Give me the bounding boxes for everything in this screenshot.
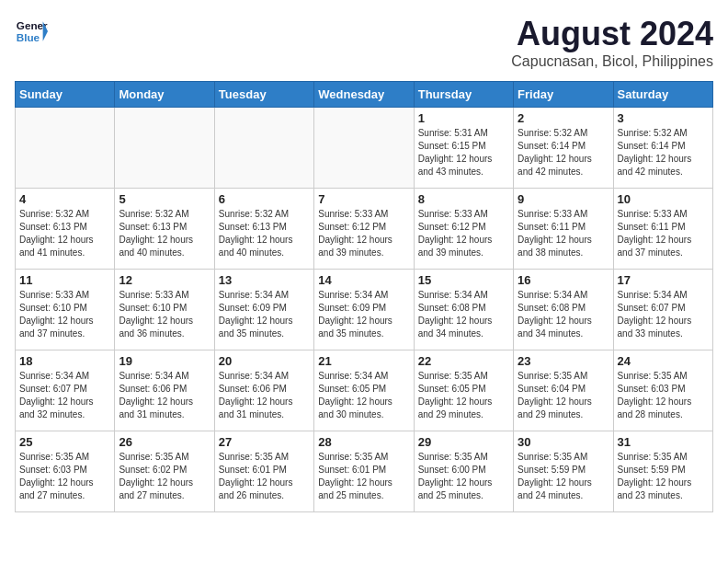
- page-header: General Blue August 2024 Capucnasan, Bic…: [15, 15, 713, 70]
- calendar-cell: 22Sunrise: 5:35 AM Sunset: 6:05 PM Dayli…: [414, 350, 513, 431]
- calendar-body: 1Sunrise: 5:31 AM Sunset: 6:15 PM Daylig…: [16, 108, 713, 512]
- calendar-cell: 7Sunrise: 5:33 AM Sunset: 6:12 PM Daylig…: [314, 189, 414, 270]
- week-row-5: 25Sunrise: 5:35 AM Sunset: 6:03 PM Dayli…: [16, 431, 713, 512]
- day-info: Sunrise: 5:33 AM Sunset: 6:12 PM Dayligh…: [418, 208, 509, 259]
- calendar-cell: 19Sunrise: 5:34 AM Sunset: 6:06 PM Dayli…: [115, 350, 214, 431]
- day-number: 29: [418, 435, 509, 449]
- day-info: Sunrise: 5:33 AM Sunset: 6:11 PM Dayligh…: [618, 208, 709, 259]
- day-number: 26: [119, 435, 210, 449]
- day-info: Sunrise: 5:34 AM Sunset: 6:06 PM Dayligh…: [119, 370, 210, 421]
- day-info: Sunrise: 5:33 AM Sunset: 6:12 PM Dayligh…: [318, 208, 409, 259]
- logo-icon: General Blue: [15, 15, 48, 48]
- calendar-cell: 18Sunrise: 5:34 AM Sunset: 6:07 PM Dayli…: [16, 350, 115, 431]
- day-number: 18: [19, 354, 110, 368]
- week-row-4: 18Sunrise: 5:34 AM Sunset: 6:07 PM Dayli…: [16, 350, 713, 431]
- day-info: Sunrise: 5:35 AM Sunset: 6:02 PM Dayligh…: [119, 451, 210, 502]
- day-info: Sunrise: 5:35 AM Sunset: 6:03 PM Dayligh…: [19, 451, 110, 502]
- calendar-cell: 1Sunrise: 5:31 AM Sunset: 6:15 PM Daylig…: [414, 108, 513, 189]
- calendar-cell: 21Sunrise: 5:34 AM Sunset: 6:05 PM Dayli…: [314, 350, 414, 431]
- calendar-header: SundayMondayTuesdayWednesdayThursdayFrid…: [16, 82, 713, 108]
- day-info: Sunrise: 5:35 AM Sunset: 6:03 PM Dayligh…: [618, 370, 709, 421]
- day-info: Sunrise: 5:32 AM Sunset: 6:13 PM Dayligh…: [19, 208, 110, 259]
- day-info: Sunrise: 5:34 AM Sunset: 6:06 PM Dayligh…: [219, 370, 310, 421]
- day-info: Sunrise: 5:35 AM Sunset: 6:01 PM Dayligh…: [219, 451, 310, 502]
- day-number: 2: [518, 111, 609, 125]
- calendar-cell: [314, 108, 414, 189]
- calendar-cell: 12Sunrise: 5:33 AM Sunset: 6:10 PM Dayli…: [115, 270, 214, 350]
- day-number: 19: [119, 354, 210, 368]
- day-number: 16: [518, 273, 609, 287]
- week-row-2: 4Sunrise: 5:32 AM Sunset: 6:13 PM Daylig…: [16, 189, 713, 270]
- day-number: 27: [219, 435, 310, 449]
- day-info: Sunrise: 5:35 AM Sunset: 5:59 PM Dayligh…: [618, 451, 709, 502]
- calendar-cell: 24Sunrise: 5:35 AM Sunset: 6:03 PM Dayli…: [613, 350, 712, 431]
- day-number: 12: [119, 273, 210, 287]
- weekday-header-row: SundayMondayTuesdayWednesdayThursdayFrid…: [16, 82, 713, 108]
- calendar-cell: 26Sunrise: 5:35 AM Sunset: 6:02 PM Dayli…: [115, 431, 214, 512]
- day-info: Sunrise: 5:34 AM Sunset: 6:07 PM Dayligh…: [19, 370, 110, 421]
- day-info: Sunrise: 5:32 AM Sunset: 6:13 PM Dayligh…: [219, 208, 310, 259]
- day-info: Sunrise: 5:32 AM Sunset: 6:13 PM Dayligh…: [119, 208, 210, 259]
- day-number: 22: [418, 354, 509, 368]
- day-info: Sunrise: 5:34 AM Sunset: 6:08 PM Dayligh…: [518, 289, 609, 340]
- day-number: 23: [518, 354, 609, 368]
- calendar-table: SundayMondayTuesdayWednesdayThursdayFrid…: [15, 81, 713, 512]
- calendar-cell: 6Sunrise: 5:32 AM Sunset: 6:13 PM Daylig…: [214, 189, 313, 270]
- week-row-1: 1Sunrise: 5:31 AM Sunset: 6:15 PM Daylig…: [16, 108, 713, 189]
- calendar-cell: 31Sunrise: 5:35 AM Sunset: 5:59 PM Dayli…: [613, 431, 712, 512]
- calendar-cell: 15Sunrise: 5:34 AM Sunset: 6:08 PM Dayli…: [414, 270, 513, 350]
- weekday-header-saturday: Saturday: [613, 82, 712, 108]
- day-info: Sunrise: 5:34 AM Sunset: 6:08 PM Dayligh…: [418, 289, 509, 340]
- calendar-cell: 30Sunrise: 5:35 AM Sunset: 5:59 PM Dayli…: [514, 431, 613, 512]
- day-number: 10: [618, 192, 709, 206]
- day-info: Sunrise: 5:35 AM Sunset: 6:01 PM Dayligh…: [318, 451, 409, 502]
- calendar-cell: 3Sunrise: 5:32 AM Sunset: 6:14 PM Daylig…: [613, 108, 712, 189]
- week-row-3: 11Sunrise: 5:33 AM Sunset: 6:10 PM Dayli…: [16, 270, 713, 350]
- weekday-header-friday: Friday: [514, 82, 613, 108]
- day-info: Sunrise: 5:35 AM Sunset: 6:05 PM Dayligh…: [418, 370, 509, 421]
- day-number: 7: [318, 192, 409, 206]
- day-number: 17: [618, 273, 709, 287]
- svg-text:Blue: Blue: [17, 31, 40, 43]
- calendar-cell: [115, 108, 214, 189]
- day-number: 25: [19, 435, 110, 449]
- day-info: Sunrise: 5:34 AM Sunset: 6:09 PM Dayligh…: [318, 289, 409, 340]
- day-number: 15: [418, 273, 509, 287]
- weekday-header-wednesday: Wednesday: [314, 82, 414, 108]
- calendar-cell: 8Sunrise: 5:33 AM Sunset: 6:12 PM Daylig…: [414, 189, 513, 270]
- calendar-subtitle: Capucnasan, Bicol, Philippines: [511, 53, 713, 70]
- day-info: Sunrise: 5:34 AM Sunset: 6:05 PM Dayligh…: [318, 370, 409, 421]
- day-info: Sunrise: 5:32 AM Sunset: 6:14 PM Dayligh…: [618, 127, 709, 178]
- calendar-cell: 27Sunrise: 5:35 AM Sunset: 6:01 PM Dayli…: [214, 431, 313, 512]
- logo: General Blue: [15, 15, 48, 48]
- title-block: August 2024 Capucnasan, Bicol, Philippin…: [511, 15, 713, 70]
- day-number: 24: [618, 354, 709, 368]
- calendar-cell: 23Sunrise: 5:35 AM Sunset: 6:04 PM Dayli…: [514, 350, 613, 431]
- day-info: Sunrise: 5:35 AM Sunset: 5:59 PM Dayligh…: [518, 451, 609, 502]
- day-info: Sunrise: 5:31 AM Sunset: 6:15 PM Dayligh…: [418, 127, 509, 178]
- day-number: 13: [219, 273, 310, 287]
- calendar-cell: 14Sunrise: 5:34 AM Sunset: 6:09 PM Dayli…: [314, 270, 414, 350]
- calendar-cell: 28Sunrise: 5:35 AM Sunset: 6:01 PM Dayli…: [314, 431, 414, 512]
- day-info: Sunrise: 5:33 AM Sunset: 6:10 PM Dayligh…: [19, 289, 110, 340]
- weekday-header-monday: Monday: [115, 82, 214, 108]
- day-info: Sunrise: 5:35 AM Sunset: 6:04 PM Dayligh…: [518, 370, 609, 421]
- day-info: Sunrise: 5:34 AM Sunset: 6:09 PM Dayligh…: [219, 289, 310, 340]
- day-number: 1: [418, 111, 509, 125]
- calendar-cell: 2Sunrise: 5:32 AM Sunset: 6:14 PM Daylig…: [514, 108, 613, 189]
- calendar-cell: 29Sunrise: 5:35 AM Sunset: 6:00 PM Dayli…: [414, 431, 513, 512]
- calendar-cell: 11Sunrise: 5:33 AM Sunset: 6:10 PM Dayli…: [16, 270, 115, 350]
- calendar-cell: 16Sunrise: 5:34 AM Sunset: 6:08 PM Dayli…: [514, 270, 613, 350]
- day-info: Sunrise: 5:33 AM Sunset: 6:10 PM Dayligh…: [119, 289, 210, 340]
- day-number: 11: [19, 273, 110, 287]
- day-number: 6: [219, 192, 310, 206]
- day-number: 21: [318, 354, 409, 368]
- day-number: 4: [19, 192, 110, 206]
- day-number: 9: [518, 192, 609, 206]
- calendar-cell: 17Sunrise: 5:34 AM Sunset: 6:07 PM Dayli…: [613, 270, 712, 350]
- day-info: Sunrise: 5:35 AM Sunset: 6:00 PM Dayligh…: [418, 451, 509, 502]
- calendar-cell: 4Sunrise: 5:32 AM Sunset: 6:13 PM Daylig…: [16, 189, 115, 270]
- weekday-header-thursday: Thursday: [414, 82, 513, 108]
- weekday-header-tuesday: Tuesday: [214, 82, 313, 108]
- calendar-cell: 13Sunrise: 5:34 AM Sunset: 6:09 PM Dayli…: [214, 270, 313, 350]
